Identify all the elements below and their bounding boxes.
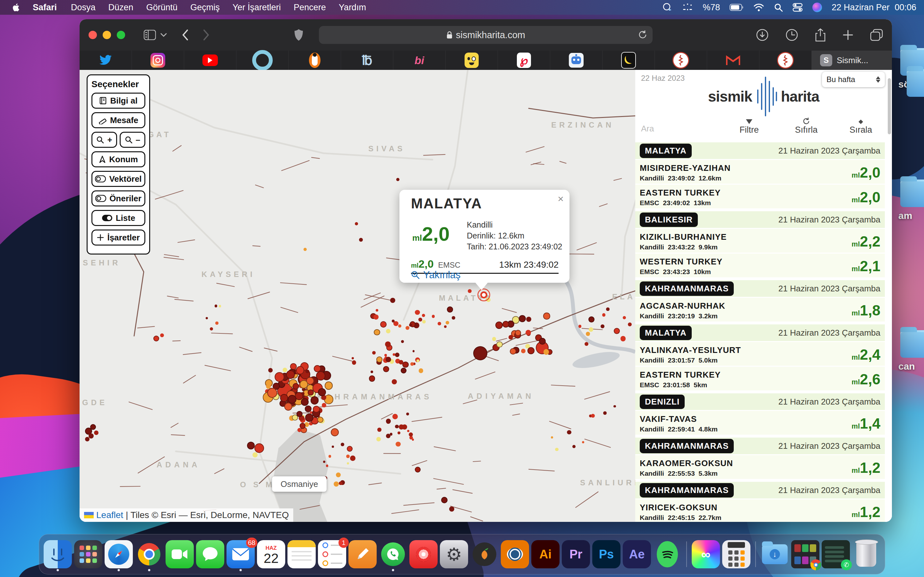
dock-window-chrome-icon[interactable]	[791, 540, 819, 568]
menu-dosya[interactable]: Dosya	[65, 3, 102, 12]
menu-app-name[interactable]: Safari	[26, 3, 63, 13]
dock-trash-icon[interactable]	[852, 540, 880, 568]
quake-dot[interactable]	[444, 326, 447, 328]
quake-dot[interactable]	[407, 430, 409, 432]
desktop-folder-icon[interactable]	[907, 69, 924, 97]
quake-dot[interactable]	[525, 330, 531, 335]
quake-dot[interactable]	[415, 467, 421, 472]
favorite-emoji-face-icon[interactable]	[446, 51, 498, 70]
quake-dot[interactable]	[328, 455, 331, 458]
quake-dot[interactable]	[305, 370, 309, 374]
menu-yer-i̇şaretleri[interactable]: Yer İşaretleri	[226, 3, 288, 12]
quake-dot[interactable]	[359, 238, 363, 242]
dock-safari-icon[interactable]	[105, 540, 133, 568]
favorite-pinterest-icon[interactable]: ℘	[498, 51, 550, 70]
quake-dot[interactable]	[468, 289, 472, 293]
quake-dot[interactable]	[539, 338, 546, 345]
map-info-button[interactable]: Bilgi al	[91, 93, 145, 109]
tab-overview-icon[interactable]	[870, 29, 883, 41]
favorite-gmail-icon[interactable]	[707, 51, 759, 70]
quake-dot[interactable]	[492, 337, 496, 341]
quake-dot[interactable]	[614, 405, 615, 408]
dock-photobooth-icon[interactable]	[409, 540, 438, 568]
quake-list-item[interactable]: VAKIF-TAVASKandilli 22:59:41 4.8kmml1,4	[635, 411, 885, 435]
quake-dot[interactable]	[376, 356, 382, 362]
download-icon[interactable]	[756, 29, 769, 41]
dock-calendar-icon[interactable]: HAZ22	[257, 540, 285, 568]
sidebar-scrollbar[interactable]	[888, 78, 891, 134]
quake-dot[interactable]	[89, 434, 94, 438]
quake-dot[interactable]	[355, 222, 358, 226]
quake-dot[interactable]	[153, 335, 159, 342]
quake-dot[interactable]	[415, 310, 420, 315]
sidebar-reset-button[interactable]: Sıfırla	[788, 115, 824, 135]
quake-dot[interactable]	[383, 366, 389, 372]
quake-dot[interactable]	[396, 442, 401, 446]
history-icon[interactable]	[785, 29, 798, 41]
quake-dot[interactable]	[219, 305, 221, 307]
zoom-window-button[interactable]	[117, 31, 125, 39]
favorite-robot-icon[interactable]	[550, 51, 603, 70]
quake-dot[interactable]	[332, 446, 334, 448]
quake-dot[interactable]	[405, 326, 409, 330]
quake-dot[interactable]	[527, 347, 535, 354]
dock-downloads-icon[interactable]: ↓	[761, 540, 789, 568]
quake-dot[interactable]	[390, 298, 395, 303]
quake-dot[interactable]	[268, 368, 273, 372]
quake-dot[interactable]	[447, 306, 453, 312]
close-icon[interactable]: ×	[557, 193, 564, 205]
quake-list-item[interactable]: AGCASAR-NURHAKKandilli 23:20:19 3.2kmml1…	[635, 298, 885, 322]
quake-dot[interactable]	[376, 437, 381, 442]
control-center-icon[interactable]	[792, 3, 803, 12]
map-location-button[interactable]: Konum	[91, 151, 145, 167]
favorite-seismograph2-icon[interactable]	[759, 51, 812, 70]
quake-dot[interactable]	[606, 308, 609, 311]
map-zoom-out-button[interactable]: –	[120, 132, 145, 148]
quake-dot[interactable]	[419, 368, 423, 373]
quake-dot[interactable]	[412, 438, 414, 440]
dock-spotify-icon[interactable]	[653, 540, 682, 568]
new-tab-icon[interactable]	[843, 29, 853, 40]
quake-dot[interactable]	[336, 472, 341, 477]
zoom-to-quake-link[interactable]: Yakınlaş	[411, 269, 461, 281]
dock-facetime-icon[interactable]	[166, 540, 194, 568]
menu-date[interactable]: 22 Haziran Per	[832, 3, 889, 13]
quake-dot[interactable]	[317, 417, 323, 423]
quake-dot[interactable]	[452, 316, 455, 319]
quake-dot[interactable]	[521, 349, 525, 353]
dock-launchpad-icon[interactable]	[74, 540, 102, 568]
quake-dot[interactable]	[422, 314, 425, 317]
reload-icon[interactable]	[638, 30, 648, 42]
quake-dot[interactable]	[413, 350, 415, 352]
quake-dot[interactable]	[395, 425, 399, 428]
map-list-button[interactable]: Liste	[91, 210, 145, 226]
map-distance-button[interactable]: Mesafe	[91, 112, 145, 128]
quake-dot[interactable]	[318, 388, 326, 396]
quake-dot[interactable]	[392, 319, 395, 322]
quake-dot[interactable]	[555, 448, 559, 451]
tab-sismikharita[interactable]: S Sismik...	[812, 51, 892, 70]
quake-dot[interactable]	[578, 325, 582, 328]
quake-list-item[interactable]: YALINKAYA-YESILYURTKandilli 23:01:57 5.0…	[635, 342, 885, 366]
favorite-blue-circle-icon[interactable]	[236, 51, 289, 70]
quake-dot[interactable]	[346, 455, 350, 458]
dock-reminders-icon[interactable]: 1	[318, 540, 346, 568]
quake-dot[interactable]	[399, 360, 403, 364]
dock-photoshop-icon[interactable]: Ps	[592, 540, 620, 568]
dock-aftereffects-icon[interactable]: Ae	[623, 540, 651, 568]
quake-dot[interactable]	[510, 348, 516, 355]
quake-dot[interactable]	[401, 340, 404, 343]
dock-blender-icon[interactable]	[501, 540, 529, 568]
sidebar-icon[interactable]	[144, 30, 156, 40]
quake-dot[interactable]	[402, 362, 409, 367]
quake-dot[interactable]	[418, 318, 422, 322]
quake-dot[interactable]	[432, 315, 435, 318]
favorite-linux-penguin-icon[interactable]	[289, 51, 341, 70]
back-icon[interactable]	[182, 29, 189, 41]
quake-dot[interactable]	[395, 353, 399, 357]
quake-list-item[interactable]: WESTERN TURKEYEMSC 23:43:23 10kmml2,1	[635, 253, 885, 277]
favorite-twitter-icon[interactable]	[79, 51, 132, 70]
favorite-instagram-icon[interactable]	[132, 51, 184, 70]
quake-dot[interactable]	[509, 335, 513, 340]
quake-dot[interactable]	[252, 452, 258, 458]
